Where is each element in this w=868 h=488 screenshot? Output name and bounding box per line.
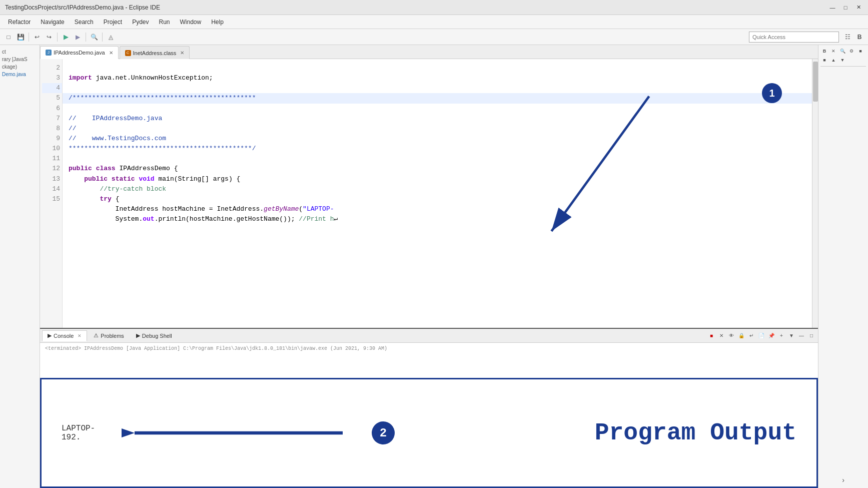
menu-bar: Refactor Navigate Search Project Pydev R…: [0, 15, 868, 29]
menu-refactor[interactable]: Refactor: [4, 18, 35, 27]
quick-access-input[interactable]: [749, 32, 839, 43]
menu-project[interactable]: Project: [100, 18, 126, 27]
tab-ipaddressdemo-close[interactable]: ✕: [109, 50, 113, 56]
sidebar-label-2: rary [JavaS: [2, 57, 38, 62]
main-layout: ct rary [JavaS ckage) Demo.java J IPAddr…: [0, 45, 868, 488]
toolbar-views[interactable]: ☷: [842, 32, 853, 43]
console-line-1: LAPTOP-: [62, 424, 122, 433]
problems-icon: ⚠: [94, 332, 99, 339]
console-header-line: <terminated> IPAddressDemo [Java Applica…: [45, 346, 813, 351]
rp-btn-more2[interactable]: ■: [820, 56, 828, 64]
rp-chevron[interactable]: ›: [820, 474, 866, 486]
tab-console[interactable]: ▶ Console ✕: [42, 330, 87, 341]
console-word-wrap[interactable]: ↵: [747, 331, 756, 340]
console-content-area[interactable]: <terminated> IPAddressDemo [Java Applica…: [40, 343, 818, 488]
tab-ipaddressdemo-label: IPAddressDemo.java: [54, 50, 105, 56]
rp-btn-more3[interactable]: ▲: [829, 56, 837, 64]
tab-problems-label: Problems: [101, 333, 124, 339]
close-button[interactable]: ✕: [854, 3, 863, 12]
scrollbar-thumb: [813, 62, 818, 102]
title-text: TestingDocsProject/src/IPAddressDemo.jav…: [5, 4, 160, 11]
toolbar-run[interactable]: ▶: [60, 32, 71, 43]
title-controls: — □ ✕: [828, 3, 863, 12]
console-line-2: 192.: [62, 433, 122, 442]
bottom-panel: ▶ Console ✕ ⚠ Problems ▶ Debug Shell ■ ✕…: [40, 328, 818, 488]
java-icon: J: [46, 50, 52, 56]
console-open-file[interactable]: 📄: [757, 331, 766, 340]
toolbar-undo[interactable]: ↩: [32, 32, 43, 43]
minimize-button[interactable]: —: [828, 3, 837, 12]
editor-area: J IPAddressDemo.java ✕ C InetAddress.cla…: [40, 45, 818, 488]
rp-btn-close[interactable]: ✕: [829, 47, 837, 55]
right-panel-toolbar: B ✕ 🔍 ⚙ ■ ■ ▲ ▼: [820, 47, 866, 67]
menu-help[interactable]: Help: [207, 18, 228, 27]
console-terminate[interactable]: ■: [707, 331, 716, 340]
toolbar-sep4: [102, 33, 103, 42]
tab-ipaddressdemo[interactable]: J IPAddressDemo.java ✕: [40, 46, 119, 59]
arrow2-svg: [122, 413, 372, 453]
toolbar-sep1: [29, 33, 29, 42]
tab-inetaddress-label: InetAddress.class: [133, 50, 177, 56]
toolbar-sep3: [86, 33, 86, 42]
rp-content: [820, 69, 866, 73]
menu-pydev[interactable]: Pydev: [128, 18, 153, 27]
tab-debug-label: Debug Shell: [142, 333, 172, 339]
console-remove[interactable]: ✕: [717, 331, 726, 340]
toolbar-debug[interactable]: ▶: [72, 32, 83, 43]
rp-btn-settings[interactable]: ⚙: [847, 47, 855, 55]
console-icon: ▶: [48, 332, 52, 339]
rp-btn-b[interactable]: B: [820, 47, 828, 55]
title-bar: TestingDocsProject/src/IPAddressDemo.jav…: [0, 0, 868, 15]
toolbar-perspective[interactable]: ◬: [105, 32, 116, 43]
console-minimize[interactable]: —: [797, 331, 806, 340]
menu-window[interactable]: Window: [176, 18, 206, 27]
badge-2: 2: [372, 421, 395, 444]
tab-console-label: Console: [54, 333, 74, 339]
rp-btn-more4[interactable]: ▼: [838, 56, 846, 64]
sidebar-link-demo[interactable]: Demo.java: [2, 72, 38, 77]
toolbar-b-btn[interactable]: B: [854, 32, 865, 43]
debug-icon: ▶: [136, 332, 140, 339]
sidebar-label-3: ckage): [2, 64, 38, 70]
tab-inetaddress[interactable]: C InetAddress.class ✕: [120, 46, 190, 59]
right-panel: B ✕ 🔍 ⚙ ■ ■ ▲ ▼ ›: [818, 45, 868, 488]
console-maximize[interactable]: □: [807, 331, 816, 340]
toolbar-save[interactable]: 💾: [15, 32, 26, 43]
console-scroll-lock[interactable]: 🔒: [737, 331, 746, 340]
left-sidebar: ct rary [JavaS ckage) Demo.java: [0, 45, 40, 488]
toolbar-search[interactable]: 🔍: [89, 32, 100, 43]
console-new[interactable]: +: [777, 331, 786, 340]
bottom-tabs: ▶ Console ✕ ⚠ Problems ▶ Debug Shell ■ ✕…: [40, 329, 818, 343]
toolbar-redo[interactable]: ↪: [44, 32, 55, 43]
rp-btn-more1[interactable]: ■: [856, 47, 864, 55]
program-output-label: Program Output: [595, 419, 796, 446]
tab-problems[interactable]: ⚠ Problems: [88, 330, 129, 341]
sidebar-label-1: ct: [2, 49, 38, 55]
toolbar: □ 💾 ↩ ↪ ▶ ▶ 🔍 ◬ ☷ B: [0, 29, 868, 45]
menu-search[interactable]: Search: [71, 18, 98, 27]
console-clear[interactable]: 👁: [727, 331, 736, 340]
menu-navigate[interactable]: Navigate: [37, 18, 68, 27]
program-output-box: LAPTOP- 192. 2: [40, 378, 818, 488]
tab-console-close[interactable]: ✕: [78, 333, 82, 338]
class-icon: C: [125, 50, 131, 56]
editor-tabs: J IPAddressDemo.java ✕ C InetAddress.cla…: [40, 45, 818, 59]
toolbar-sep2: [57, 33, 58, 42]
output-text-area: LAPTOP- 192.: [62, 424, 122, 442]
rp-btn-search[interactable]: 🔍: [838, 47, 846, 55]
console-pin[interactable]: 📌: [767, 331, 776, 340]
console-view-menu[interactable]: ▼: [787, 331, 796, 340]
toolbar-new[interactable]: □: [3, 32, 14, 43]
menu-run[interactable]: Run: [155, 18, 174, 27]
tab-debug-shell[interactable]: ▶ Debug Shell: [131, 330, 178, 341]
tab-inetaddress-close[interactable]: ✕: [180, 50, 184, 56]
maximize-button[interactable]: □: [841, 3, 850, 12]
